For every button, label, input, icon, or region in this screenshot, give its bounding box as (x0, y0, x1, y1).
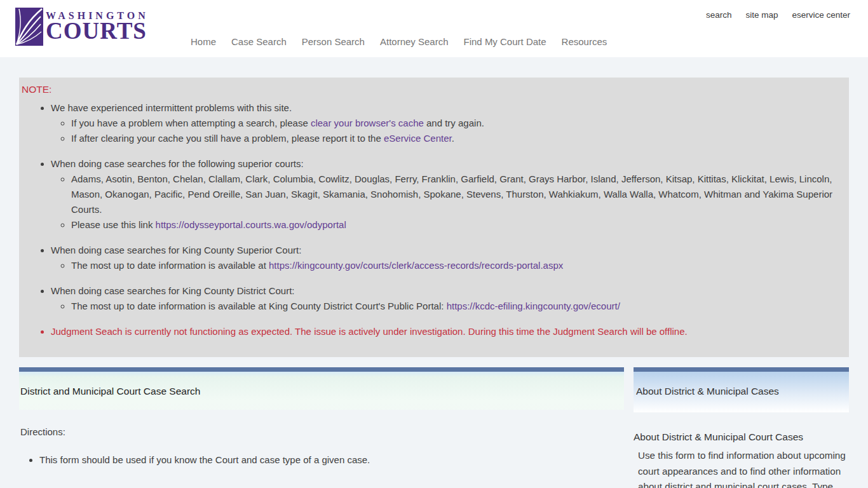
utility-link-site-map[interactable]: site map (745, 10, 778, 20)
note-item-intermittent-problems: We have experienced intermittent problem… (51, 100, 839, 146)
note-label: NOTE: (22, 84, 839, 95)
note-item-text: We have experienced intermittent problem… (51, 102, 292, 113)
note-sublist: The most up to date information is avail… (51, 258, 839, 273)
site-header: WASHINGTON COURTS search site map eservi… (0, 0, 868, 57)
directions-label: Directions: (20, 426, 624, 437)
note-item-text: When doing case searches for the followi… (51, 158, 304, 169)
about-cases-panel-header: About District & Municipal Cases (634, 372, 849, 412)
about-cases-panel-title: About District & Municipal Cases (636, 386, 849, 397)
note-subitem-clear-cache: If you have a problem when attempting a … (71, 116, 839, 131)
note-sublist: The most up to date information is avail… (51, 299, 839, 314)
nav-item-find-my-court-date[interactable]: Find My Court Date (464, 36, 546, 47)
note-item-king-superior: When doing case searches for King County… (51, 243, 839, 273)
note-subitem-odyssey-link: Please use this link https://odysseyport… (71, 217, 839, 233)
about-cases-panel-bar (634, 367, 849, 372)
about-cases-subheading: About District & Municipal Court Cases (634, 431, 849, 443)
eservice-center-link[interactable]: eService Center (384, 133, 452, 144)
note-item-text: When doing case searches for King County… (51, 245, 301, 255)
note-item-text: When doing case searches for King County… (51, 285, 295, 296)
note-subitem-text: If after clearing your cache you still h… (71, 133, 384, 144)
utility-links: search site map eservice center (706, 10, 850, 20)
note-subitem-text: The most up to date information is avail… (71, 301, 447, 311)
note-sublist: If you have a problem when attempting a … (51, 116, 839, 146)
note-box: NOTE: We have experienced intermittent p… (19, 78, 849, 357)
note-subitem-text: and try again. (424, 118, 484, 128)
note-sublist: Adams, Asotin, Benton, Chelan, Clallam, … (51, 172, 839, 233)
directions-item: This form should be used if you know the… (39, 452, 624, 468)
about-cases-panel: About District & Municipal Cases About D… (634, 367, 849, 488)
note-subitem-text: Please use this link (71, 219, 156, 230)
nav-item-person-search[interactable]: Person Search (302, 36, 365, 47)
note-subitem-text: The most up to date information is avail… (71, 260, 269, 271)
note-subitem-report-problem: If after clearing your cache you still h… (71, 131, 839, 146)
washington-courts-logo-text: WASHINGTON COURTS (46, 8, 149, 41)
nav-item-home[interactable]: Home (191, 36, 216, 47)
king-county-records-link[interactable]: https://kingcounty.gov/courts/clerk/acce… (269, 260, 563, 271)
case-search-panel-bar (19, 367, 624, 372)
kcdc-efiling-link[interactable]: https://kcdc-efiling.kingcounty.gov/ecou… (447, 301, 620, 311)
logo-line-courts: COURTS (46, 22, 149, 41)
directions-list: This form should be used if you know the… (19, 452, 624, 468)
note-subitem-text: . (452, 133, 454, 144)
nav-item-case-search[interactable]: Case Search (231, 36, 287, 47)
content-columns: District and Municipal Court Case Search… (19, 367, 849, 488)
washington-courts-logo-icon (15, 8, 46, 48)
about-cases-description: Use this form to find information about … (638, 448, 848, 488)
note-subitem-text: If you have a problem when attempting a … (71, 118, 311, 128)
note-subitem-county-list: Adams, Asotin, Benton, Chelan, Clallam, … (71, 172, 839, 217)
utility-link-eservice-center[interactable]: eservice center (792, 10, 850, 20)
case-search-panel: District and Municipal Court Case Search… (19, 367, 624, 488)
note-item-judgment-search-offline: Judgment Seach is currently not function… (51, 324, 839, 339)
note-list: We have experienced intermittent problem… (22, 100, 839, 339)
odyssey-portal-link[interactable]: https://odysseyportal.courts.wa.gov/odyp… (156, 219, 346, 230)
note-subitem-king-superior-link: The most up to date information is avail… (71, 258, 839, 273)
nav-item-attorney-search[interactable]: Attorney Search (380, 36, 449, 47)
main-nav: Home Case Search Person Search Attorney … (191, 36, 607, 47)
note-item-superior-courts: When doing case searches for the followi… (51, 156, 839, 233)
nav-item-resources[interactable]: Resources (562, 36, 607, 47)
clear-cache-link[interactable]: clear your browser's cache (311, 118, 424, 128)
note-subitem-king-district-link: The most up to date information is avail… (71, 299, 839, 314)
about-cases-body: About District & Municipal Court Cases U… (634, 431, 849, 488)
utility-link-search[interactable]: search (706, 10, 732, 20)
washington-courts-logo[interactable]: WASHINGTON COURTS (15, 8, 149, 48)
case-search-panel-title: District and Municipal Court Case Search (20, 386, 624, 397)
note-subitem-text: Adams, Asotin, Benton, Chelan, Clallam, … (71, 173, 832, 215)
case-search-panel-header: District and Municipal Court Case Search (19, 372, 624, 410)
judgment-search-warning-text: Judgment Seach is currently not function… (51, 326, 688, 337)
note-item-king-district: When doing case searches for King County… (51, 283, 839, 314)
